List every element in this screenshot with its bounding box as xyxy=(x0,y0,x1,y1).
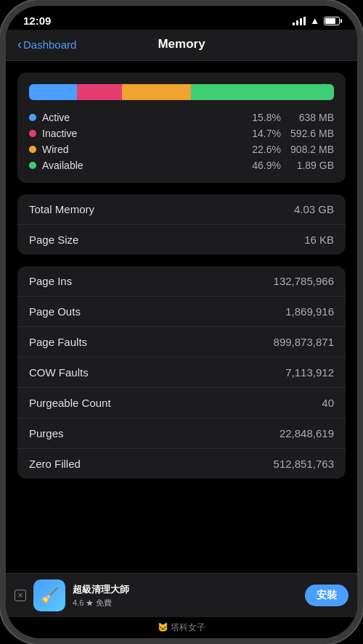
stat-label: Page Size xyxy=(29,234,78,246)
stat-label: Purgeable Count xyxy=(29,397,111,409)
ad-banner: × 🧹 超級清理大師 4.6 ★ 免費 安裝 xyxy=(6,573,357,617)
back-label: Dashboard xyxy=(23,38,76,51)
legend-val: 908.2 MB xyxy=(287,144,334,155)
signal-icon xyxy=(293,17,306,25)
legend-grid: Active 15.8% 638 MB Inactive 14.7% 592.6… xyxy=(29,112,334,171)
legend-left: Wired xyxy=(29,144,69,155)
legend-right: 46.9% 1.89 GB xyxy=(248,160,334,171)
nav-header: ‹ Dashboard Memory xyxy=(6,30,357,61)
status-icons: ▲ xyxy=(293,15,340,26)
legend-pct: 46.9% xyxy=(248,160,281,171)
phone-screen: 12:09 ▲ ‹ Dashboard Memory xyxy=(6,6,357,638)
legend-left: Active xyxy=(29,112,70,123)
stat-row: Page Ins 132,785,966 xyxy=(17,266,346,297)
stat-value: 4.03 GB xyxy=(294,203,334,215)
stat-value: 22,848,619 xyxy=(280,427,334,439)
notch xyxy=(138,6,225,26)
memory-bar-segment-available xyxy=(191,84,334,100)
legend-right: 15.8% 638 MB xyxy=(248,112,334,123)
ad-icon: 🧹 xyxy=(33,579,65,611)
memory-bar-segment-active xyxy=(29,84,77,100)
back-button[interactable]: ‹ Dashboard xyxy=(17,37,76,52)
battery-fill xyxy=(325,18,335,24)
stat-row: Total Memory 4.03 GB xyxy=(17,194,346,225)
stat-row: Purgeable Count 40 xyxy=(17,388,346,418)
stat-row: Purges 22,848,619 xyxy=(17,418,346,449)
stat-value: 40 xyxy=(322,397,334,409)
memory-bar-segment-wired xyxy=(122,84,191,100)
legend-item-active: Active 15.8% 638 MB xyxy=(29,112,334,123)
page-stats-section: Page Ins 132,785,966 Page Outs 1,869,916… xyxy=(17,266,346,479)
ad-install-button[interactable]: 安裝 xyxy=(305,585,348,606)
memory-bar-segment-inactive xyxy=(77,84,122,100)
legend-item-inactive: Inactive 14.7% 592.6 MB xyxy=(29,128,334,139)
page-title: Memory xyxy=(158,37,205,51)
battery-icon xyxy=(324,17,340,25)
legend-val: 1.89 GB xyxy=(287,160,334,171)
stat-row: Page Faults 899,873,871 xyxy=(17,327,346,358)
stat-row: Page Size 16 KB xyxy=(17,225,346,255)
content-area: Active 15.8% 638 MB Inactive 14.7% 592.6… xyxy=(6,61,357,573)
stat-value: 899,873,871 xyxy=(274,336,334,348)
legend-label: Wired xyxy=(42,144,69,155)
legend-dot xyxy=(29,130,36,137)
legend-item-available: Available 46.9% 1.89 GB xyxy=(29,160,334,171)
ad-rating: 4.6 ★ 免費 xyxy=(73,598,298,608)
legend-dot xyxy=(29,162,36,169)
legend-label: Available xyxy=(42,160,83,171)
legend-left: Inactive xyxy=(29,128,77,139)
stat-row: Zero Filled 512,851,763 xyxy=(17,449,346,479)
phone-frame: 12:09 ▲ ‹ Dashboard Memory xyxy=(0,0,363,644)
memory-bar xyxy=(29,84,334,100)
legend-left: Available xyxy=(29,160,83,171)
legend-label: Active xyxy=(42,112,70,123)
basic-stats-section: Total Memory 4.03 GB Page Size 16 KB xyxy=(17,194,346,255)
legend-dot xyxy=(29,114,36,121)
stat-value: 512,851,763 xyxy=(274,458,334,470)
legend-val: 592.6 MB xyxy=(287,128,334,139)
stat-value: 16 KB xyxy=(304,234,334,246)
legend-pct: 14.7% xyxy=(248,128,281,139)
stat-label: Page Ins xyxy=(29,275,72,287)
stat-row: COW Faults 7,113,912 xyxy=(17,358,346,388)
stat-value: 132,785,966 xyxy=(274,275,334,287)
legend-val: 638 MB xyxy=(287,112,334,123)
stat-value: 1,869,916 xyxy=(285,305,334,318)
ad-close-button[interactable]: × xyxy=(15,590,26,601)
legend-right: 22.6% 908.2 MB xyxy=(248,144,334,155)
stat-value: 7,113,912 xyxy=(285,366,334,379)
legend-pct: 15.8% xyxy=(248,112,281,123)
stat-label: Page Outs xyxy=(29,305,81,318)
stat-label: Purges xyxy=(29,427,64,439)
stat-label: Zero Filled xyxy=(29,458,81,470)
ad-content: 超級清理大師 4.6 ★ 免費 xyxy=(73,583,298,608)
watermark: 🐱 塔科女子 xyxy=(6,617,357,638)
stat-row: Page Outs 1,869,916 xyxy=(17,297,346,327)
wifi-icon: ▲ xyxy=(310,15,319,26)
stat-label: Total Memory xyxy=(29,203,94,215)
legend-dot xyxy=(29,146,36,153)
legend-item-wired: Wired 22.6% 908.2 MB xyxy=(29,144,334,155)
stat-label: Page Faults xyxy=(29,336,87,348)
ad-title: 超級清理大師 xyxy=(73,583,298,596)
watermark-text: 🐱 塔科女子 xyxy=(158,622,205,632)
status-time: 12:09 xyxy=(23,15,51,27)
memory-bar-section: Active 15.8% 638 MB Inactive 14.7% 592.6… xyxy=(17,73,346,183)
legend-label: Inactive xyxy=(42,128,77,139)
stat-label: COW Faults xyxy=(29,366,89,379)
chevron-left-icon: ‹ xyxy=(17,37,22,52)
legend-right: 14.7% 592.6 MB xyxy=(248,128,334,139)
legend-pct: 22.6% xyxy=(248,144,281,155)
